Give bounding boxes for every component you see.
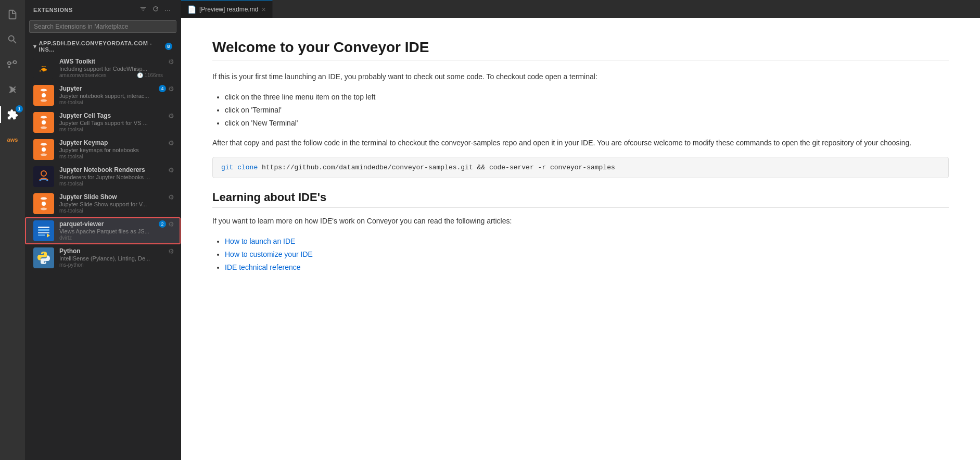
learn-link-launch[interactable]: How to launch an IDE — [225, 237, 295, 245]
aws-toolkit-gear[interactable]: ⚙ — [168, 58, 174, 66]
jupyter-nb-renderers-icon — [33, 166, 54, 187]
files-icon[interactable] — [0, 2, 25, 27]
jupyter-meta: ms-toolsai — [59, 100, 163, 105]
search-activity-icon[interactable] — [0, 27, 25, 52]
jupyter-slide-show-desc: Jupyter Slide Show support for V... — [59, 201, 163, 207]
tab-label: [Preview] readme.md — [199, 6, 258, 13]
jupyter-nb-renderers-desc: Renderers for Jupyter Notebooks ... — [59, 174, 163, 180]
installed-section-header[interactable]: ▾ APP.SDH.DEV.CONVEYORDATA.COM - INS... … — [25, 37, 181, 55]
parquet-viewer-icon — [33, 220, 54, 241]
jupyter-slide-show-gear[interactable]: ⚙ — [168, 193, 174, 201]
tab-readme-preview[interactable]: 📄 [Preview] readme.md × — [181, 0, 273, 18]
svg-rect-22 — [38, 229, 49, 231]
source-control-activity-icon[interactable] — [0, 52, 25, 77]
aws-toolkit-time: 🕐 1166ms — [137, 72, 163, 78]
extension-item-parquet-viewer[interactable]: parquet-viewer Views Apache Parquet file… — [25, 217, 181, 244]
aws-toolkit-publisher: amazonwebservices — [59, 72, 107, 78]
svg-point-17 — [41, 197, 47, 200]
svg-point-9 — [42, 120, 46, 125]
learn-title: Learning about IDE's — [212, 191, 949, 208]
jupyter-nb-renderers-gear[interactable]: ⚙ — [168, 166, 174, 174]
parquet-viewer-gear[interactable]: ⚙ — [168, 220, 174, 228]
more-actions-icon[interactable]: ··· — [163, 5, 172, 15]
tab-file-icon: 📄 — [187, 5, 196, 14]
jupyter-slide-show-publisher: ms-toolsai — [59, 208, 83, 214]
extension-item-jupyter-notebook-renderers[interactable]: Jupyter Notebook Renderers Renderers for… — [25, 163, 181, 190]
filter-icon[interactable] — [138, 4, 148, 15]
activity-bar: 1 aws — [0, 0, 25, 460]
refresh-icon[interactable] — [150, 4, 161, 15]
sidebar-header: EXTENSIONS ··· — [25, 0, 181, 18]
jupyter-keymap-name: Jupyter Keymap — [59, 139, 163, 146]
jupyter-badge: 4 — [159, 85, 166, 92]
extension-item-jupyter[interactable]: Jupyter Jupyter notebook support, intera… — [25, 82, 181, 109]
jupyter-gear[interactable]: ⚙ — [168, 85, 174, 93]
svg-point-5 — [42, 93, 46, 97]
extensions-badge: 1 — [16, 105, 23, 113]
jupyter-cell-tags-name: Jupyter Cell Tags — [59, 112, 163, 119]
preview-intro: If this is your first time launching an … — [212, 71, 949, 83]
svg-point-18 — [41, 208, 47, 210]
python-gear[interactable]: ⚙ — [168, 247, 174, 255]
jupyter-cell-tags-gear[interactable]: ⚙ — [168, 112, 174, 120]
svg-rect-23 — [38, 232, 49, 233]
aws-activity-icon[interactable]: aws — [0, 127, 25, 152]
parquet-viewer-badge: 2 — [159, 220, 166, 228]
python-meta: ms-python — [59, 262, 163, 268]
svg-point-3 — [41, 89, 47, 92]
extension-item-python[interactable]: Python IntelliSense (Pylance), Linting, … — [25, 244, 181, 271]
extension-item-jupyter-slide-show[interactable]: Jupyter Slide Show Jupyter Slide Show su… — [25, 190, 181, 217]
learn-link-item-3: IDE technical reference — [225, 261, 949, 274]
aws-toolkit-meta: amazonwebservices 🕐 1166ms — [59, 72, 163, 78]
preview-code-block: git clone https://github.com/datamindedb… — [212, 157, 949, 178]
python-desc: IntelliSense (Pylance), Linting, De... — [59, 255, 163, 262]
jupyter-keymap-publisher: ms-toolsai — [59, 154, 83, 159]
extensions-activity-icon[interactable]: 1 — [0, 102, 25, 127]
tab-bar: 📄 [Preview] readme.md × — [181, 0, 980, 18]
section-badge: 8 — [165, 43, 172, 50]
svg-point-7 — [41, 116, 47, 119]
aws-toolkit-info: AWS Toolkit Including support for CodeWh… — [59, 58, 163, 78]
jupyter-name: Jupyter — [59, 85, 163, 92]
search-input[interactable] — [29, 20, 176, 33]
extension-item-jupyter-cell-tags[interactable]: Jupyter Cell Tags Jupyter Cell Tags supp… — [25, 109, 181, 136]
sidebar-actions: ··· — [138, 4, 172, 15]
preview-title: Welcome to your Conveyor IDE — [212, 39, 949, 60]
parquet-viewer-info: parquet-viewer Views Apache Parquet file… — [59, 220, 163, 241]
preview-step-3: click on 'New Terminal' — [225, 117, 949, 130]
jupyter-keymap-desc: Jupyter keymaps for notebooks — [59, 147, 163, 153]
aws-toolkit-desc: Including support for CodeWhisp... — [59, 66, 163, 72]
sidebar-title: EXTENSIONS — [33, 7, 73, 13]
jupyter-slide-show-info: Jupyter Slide Show Jupyter Slide Show su… — [59, 193, 163, 214]
jupyter-info: Jupyter Jupyter notebook support, intera… — [59, 85, 163, 105]
jupyter-nb-renderers-info: Jupyter Notebook Renderers Renderers for… — [59, 166, 163, 187]
python-name: Python — [59, 247, 163, 255]
preview-step-1: click on the three line menu item on the… — [225, 91, 949, 104]
jupyter-slide-show-icon — [33, 193, 54, 214]
preview-step-2: click on 'Terminal' — [225, 104, 949, 117]
run-activity-icon[interactable] — [0, 77, 25, 102]
learn-link-reference[interactable]: IDE technical reference — [225, 263, 301, 271]
parquet-viewer-name: parquet-viewer — [59, 220, 163, 228]
code-git-keyword: git clone — [221, 164, 258, 171]
jupyter-keymap-info: Jupyter Keymap Jupyter keymaps for noteb… — [59, 139, 163, 159]
jupyter-keymap-icon — [33, 139, 54, 160]
svg-text:aws: aws — [42, 65, 46, 68]
svg-point-11 — [41, 143, 47, 146]
jupyter-nb-renderers-meta: ms-toolsai — [59, 181, 163, 187]
jupyter-keymap-gear[interactable]: ⚙ — [168, 139, 174, 147]
learn-link-item-1: How to launch an IDE — [225, 235, 949, 248]
jupyter-cell-tags-publisher: ms-toolsai — [59, 127, 83, 132]
svg-point-12 — [41, 154, 47, 156]
extension-item-jupyter-keymap[interactable]: Jupyter Keymap Jupyter keymaps for noteb… — [25, 136, 181, 163]
tab-close-button[interactable]: × — [261, 6, 265, 13]
learn-links-list: How to launch an IDE How to customize yo… — [225, 235, 949, 275]
learn-link-customize[interactable]: How to customize your IDE — [225, 250, 313, 258]
main-content: 📄 [Preview] readme.md × Welcome to your … — [181, 0, 980, 460]
learn-intro: If you want to learn more on how IDE's w… — [212, 215, 949, 228]
python-publisher: ms-python — [59, 262, 84, 268]
jupyter-cell-tags-icon — [33, 112, 54, 133]
jupyter-icon — [33, 85, 54, 106]
search-box-container — [25, 18, 181, 37]
extension-item-aws-toolkit[interactable]: aws AWS Toolkit Including support for Co… — [25, 55, 181, 82]
